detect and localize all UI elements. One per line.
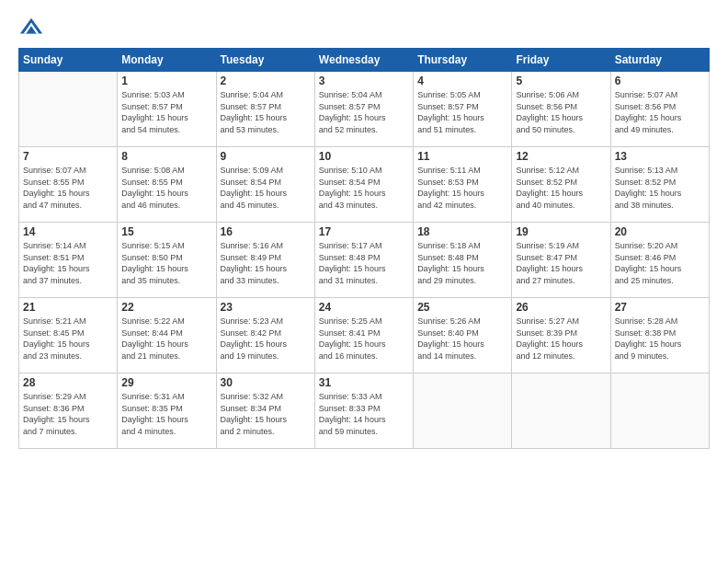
day-number: 9	[221, 150, 311, 163]
calendar-cell: 16Sunrise: 5:16 AM Sunset: 8:49 PM Dayli…	[216, 223, 314, 298]
calendar-week-0: 1Sunrise: 5:03 AM Sunset: 8:57 PM Daylig…	[19, 72, 710, 147]
logo-icon	[18, 15, 44, 40]
day-info: Sunrise: 5:27 AM Sunset: 8:39 PM Dayligh…	[516, 316, 606, 362]
calendar-week-3: 21Sunrise: 5:21 AM Sunset: 8:45 PM Dayli…	[19, 298, 710, 373]
calendar-cell	[610, 373, 709, 449]
calendar-cell: 24Sunrise: 5:25 AM Sunset: 8:41 PM Dayli…	[314, 298, 413, 373]
day-number: 27	[615, 301, 705, 314]
calendar-cell: 11Sunrise: 5:11 AM Sunset: 8:53 PM Dayli…	[414, 147, 512, 223]
calendar-cell: 23Sunrise: 5:23 AM Sunset: 8:42 PM Dayli…	[216, 298, 314, 373]
day-info: Sunrise: 5:04 AM Sunset: 8:57 PM Dayligh…	[221, 89, 311, 135]
day-number: 16	[221, 225, 311, 238]
day-info: Sunrise: 5:28 AM Sunset: 8:38 PM Dayligh…	[615, 316, 705, 362]
day-number: 30	[221, 376, 311, 389]
day-number: 21	[23, 301, 113, 314]
calendar-cell: 9Sunrise: 5:09 AM Sunset: 8:54 PM Daylig…	[216, 147, 314, 223]
day-number: 8	[121, 150, 211, 163]
calendar-cell: 6Sunrise: 5:07 AM Sunset: 8:56 PM Daylig…	[610, 72, 709, 147]
calendar-cell: 8Sunrise: 5:08 AM Sunset: 8:55 PM Daylig…	[118, 147, 216, 223]
calendar-cell: 20Sunrise: 5:20 AM Sunset: 8:46 PM Dayli…	[610, 223, 709, 298]
calendar-cell: 26Sunrise: 5:27 AM Sunset: 8:39 PM Dayli…	[512, 298, 610, 373]
day-info: Sunrise: 5:11 AM Sunset: 8:53 PM Dayligh…	[417, 165, 507, 211]
day-number: 19	[516, 225, 606, 238]
calendar-table: SundayMondayTuesdayWednesdayThursdayFrid…	[18, 48, 710, 449]
calendar-header-friday: Friday	[512, 49, 610, 72]
calendar-cell: 2Sunrise: 5:04 AM Sunset: 8:57 PM Daylig…	[216, 72, 314, 147]
day-info: Sunrise: 5:17 AM Sunset: 8:48 PM Dayligh…	[319, 240, 409, 286]
calendar-cell: 21Sunrise: 5:21 AM Sunset: 8:45 PM Dayli…	[19, 298, 118, 373]
calendar-cell: 7Sunrise: 5:07 AM Sunset: 8:55 PM Daylig…	[19, 147, 118, 223]
calendar-cell: 18Sunrise: 5:18 AM Sunset: 8:48 PM Dayli…	[414, 223, 512, 298]
day-number: 15	[121, 225, 211, 238]
day-info: Sunrise: 5:14 AM Sunset: 8:51 PM Dayligh…	[23, 240, 113, 286]
day-info: Sunrise: 5:31 AM Sunset: 8:35 PM Dayligh…	[121, 391, 211, 437]
day-info: Sunrise: 5:03 AM Sunset: 8:57 PM Dayligh…	[121, 89, 211, 135]
calendar-header-thursday: Thursday	[414, 49, 512, 72]
day-number: 18	[417, 225, 507, 238]
day-number: 14	[23, 225, 113, 238]
calendar-cell: 13Sunrise: 5:13 AM Sunset: 8:52 PM Dayli…	[610, 147, 709, 223]
day-number: 3	[319, 75, 409, 87]
calendar-week-1: 7Sunrise: 5:07 AM Sunset: 8:55 PM Daylig…	[19, 147, 710, 223]
day-info: Sunrise: 5:19 AM Sunset: 8:47 PM Dayligh…	[516, 240, 606, 286]
calendar-cell: 29Sunrise: 5:31 AM Sunset: 8:35 PM Dayli…	[118, 373, 216, 449]
day-number: 12	[516, 150, 606, 163]
day-number: 1	[121, 75, 211, 87]
page: SundayMondayTuesdayWednesdayThursdayFrid…	[0, 0, 728, 563]
calendar-cell: 1Sunrise: 5:03 AM Sunset: 8:57 PM Daylig…	[118, 72, 216, 147]
day-info: Sunrise: 5:18 AM Sunset: 8:48 PM Dayligh…	[417, 240, 507, 286]
day-info: Sunrise: 5:09 AM Sunset: 8:54 PM Dayligh…	[221, 165, 311, 211]
day-number: 28	[23, 376, 113, 389]
calendar-cell: 15Sunrise: 5:15 AM Sunset: 8:50 PM Dayli…	[118, 223, 216, 298]
calendar-cell: 30Sunrise: 5:32 AM Sunset: 8:34 PM Dayli…	[216, 373, 314, 449]
day-info: Sunrise: 5:08 AM Sunset: 8:55 PM Dayligh…	[121, 165, 211, 211]
day-number: 6	[615, 75, 705, 87]
day-info: Sunrise: 5:04 AM Sunset: 8:57 PM Dayligh…	[319, 89, 409, 135]
day-info: Sunrise: 5:25 AM Sunset: 8:41 PM Dayligh…	[319, 316, 409, 362]
day-info: Sunrise: 5:16 AM Sunset: 8:49 PM Dayligh…	[221, 240, 311, 286]
day-info: Sunrise: 5:26 AM Sunset: 8:40 PM Dayligh…	[417, 316, 507, 362]
calendar-cell: 10Sunrise: 5:10 AM Sunset: 8:54 PM Dayli…	[314, 147, 413, 223]
day-number: 31	[319, 376, 409, 389]
calendar-cell: 22Sunrise: 5:22 AM Sunset: 8:44 PM Dayli…	[118, 298, 216, 373]
day-info: Sunrise: 5:33 AM Sunset: 8:33 PM Dayligh…	[319, 391, 409, 437]
day-info: Sunrise: 5:22 AM Sunset: 8:44 PM Dayligh…	[121, 316, 211, 362]
day-info: Sunrise: 5:20 AM Sunset: 8:46 PM Dayligh…	[615, 240, 705, 286]
calendar-cell: 3Sunrise: 5:04 AM Sunset: 8:57 PM Daylig…	[314, 72, 413, 147]
day-number: 5	[516, 75, 606, 87]
calendar-cell	[414, 373, 512, 449]
calendar-header-row: SundayMondayTuesdayWednesdayThursdayFrid…	[19, 49, 710, 72]
day-number: 22	[121, 301, 211, 314]
day-info: Sunrise: 5:07 AM Sunset: 8:55 PM Dayligh…	[23, 165, 113, 211]
day-info: Sunrise: 5:15 AM Sunset: 8:50 PM Dayligh…	[121, 240, 211, 286]
calendar-cell: 4Sunrise: 5:05 AM Sunset: 8:57 PM Daylig…	[414, 72, 512, 147]
day-number: 10	[319, 150, 409, 163]
calendar-cell: 19Sunrise: 5:19 AM Sunset: 8:47 PM Dayli…	[512, 223, 610, 298]
day-number: 20	[615, 225, 705, 238]
day-number: 4	[417, 75, 507, 87]
day-info: Sunrise: 5:21 AM Sunset: 8:45 PM Dayligh…	[23, 316, 113, 362]
day-number: 7	[23, 150, 113, 163]
day-number: 26	[516, 301, 606, 314]
calendar-cell: 25Sunrise: 5:26 AM Sunset: 8:40 PM Dayli…	[414, 298, 512, 373]
calendar-cell: 14Sunrise: 5:14 AM Sunset: 8:51 PM Dayli…	[19, 223, 118, 298]
calendar-cell	[512, 373, 610, 449]
day-number: 13	[615, 150, 705, 163]
calendar-cell: 28Sunrise: 5:29 AM Sunset: 8:36 PM Dayli…	[19, 373, 118, 449]
calendar-header-monday: Monday	[118, 49, 216, 72]
day-number: 2	[221, 75, 311, 87]
day-number: 17	[319, 225, 409, 238]
logo	[18, 15, 46, 40]
day-info: Sunrise: 5:06 AM Sunset: 8:56 PM Dayligh…	[516, 89, 606, 135]
day-info: Sunrise: 5:12 AM Sunset: 8:52 PM Dayligh…	[516, 165, 606, 211]
day-number: 24	[319, 301, 409, 314]
calendar-cell: 17Sunrise: 5:17 AM Sunset: 8:48 PM Dayli…	[314, 223, 413, 298]
day-info: Sunrise: 5:13 AM Sunset: 8:52 PM Dayligh…	[615, 165, 705, 211]
day-info: Sunrise: 5:07 AM Sunset: 8:56 PM Dayligh…	[615, 89, 705, 135]
header	[18, 15, 710, 40]
calendar-week-2: 14Sunrise: 5:14 AM Sunset: 8:51 PM Dayli…	[19, 223, 710, 298]
day-number: 23	[221, 301, 311, 314]
day-number: 11	[417, 150, 507, 163]
calendar-header-wednesday: Wednesday	[314, 49, 413, 72]
calendar-header-saturday: Saturday	[610, 49, 709, 72]
